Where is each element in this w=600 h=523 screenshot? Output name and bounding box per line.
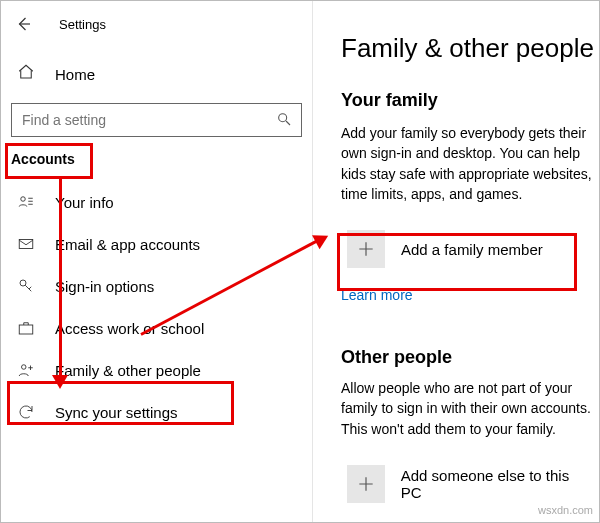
people-plus-icon bbox=[17, 361, 35, 379]
add-other-label: Add someone else to this PC bbox=[401, 467, 593, 501]
svg-rect-4 bbox=[19, 325, 33, 334]
sidebar-item-label: Your info bbox=[55, 194, 114, 211]
add-other-person-button[interactable]: Add someone else to this PC bbox=[341, 459, 599, 509]
plus-icon bbox=[347, 465, 385, 503]
family-description: Add your family so everybody gets their … bbox=[341, 123, 599, 204]
other-people-heading: Other people bbox=[341, 347, 599, 368]
content-pane: Family & other people Your family Add yo… bbox=[313, 1, 599, 522]
sidebar-item-label: Email & app accounts bbox=[55, 236, 200, 253]
svg-point-1 bbox=[21, 197, 26, 202]
back-button[interactable] bbox=[15, 15, 33, 33]
key-icon bbox=[17, 277, 35, 295]
sidebar-item-work-school[interactable]: Access work or school bbox=[1, 307, 312, 349]
person-card-icon bbox=[17, 193, 35, 211]
search-input[interactable] bbox=[11, 103, 302, 137]
category-header: Accounts bbox=[1, 137, 85, 175]
watermark: wsxdn.com bbox=[538, 504, 593, 516]
sidebar-item-family[interactable]: Family & other people bbox=[1, 349, 312, 391]
svg-point-5 bbox=[22, 365, 27, 370]
family-heading: Your family bbox=[341, 90, 599, 111]
page-title: Family & other people bbox=[341, 33, 599, 64]
sidebar-item-label: Access work or school bbox=[55, 320, 204, 337]
add-family-member-button[interactable]: Add a family member bbox=[341, 224, 599, 274]
svg-point-3 bbox=[20, 280, 26, 286]
mail-icon bbox=[17, 235, 35, 253]
sidebar-item-label: Family & other people bbox=[55, 362, 201, 379]
sidebar-item-label: Sync your settings bbox=[55, 404, 178, 421]
sidebar-item-label: Sign-in options bbox=[55, 278, 154, 295]
sidebar-item-signin[interactable]: Sign-in options bbox=[1, 265, 312, 307]
home-label: Home bbox=[55, 66, 95, 83]
plus-icon bbox=[347, 230, 385, 268]
add-family-label: Add a family member bbox=[401, 241, 543, 258]
window-title: Settings bbox=[59, 17, 106, 32]
sync-icon bbox=[17, 403, 35, 421]
other-people-description: Allow people who are not part of your fa… bbox=[341, 378, 599, 439]
svg-rect-2 bbox=[19, 240, 33, 249]
learn-more-link[interactable]: Learn more bbox=[341, 287, 413, 303]
home-icon bbox=[17, 63, 35, 85]
home-nav[interactable]: Home bbox=[1, 53, 312, 95]
search-icon bbox=[276, 111, 292, 131]
left-pane: Settings Home Accounts Your info bbox=[1, 1, 313, 522]
briefcase-icon bbox=[17, 319, 35, 337]
svg-point-0 bbox=[279, 114, 287, 122]
sidebar-item-email[interactable]: Email & app accounts bbox=[1, 223, 312, 265]
sidebar-item-your-info[interactable]: Your info bbox=[1, 181, 312, 223]
search-field-wrapper bbox=[11, 103, 302, 137]
sidebar-item-sync[interactable]: Sync your settings bbox=[1, 391, 312, 433]
